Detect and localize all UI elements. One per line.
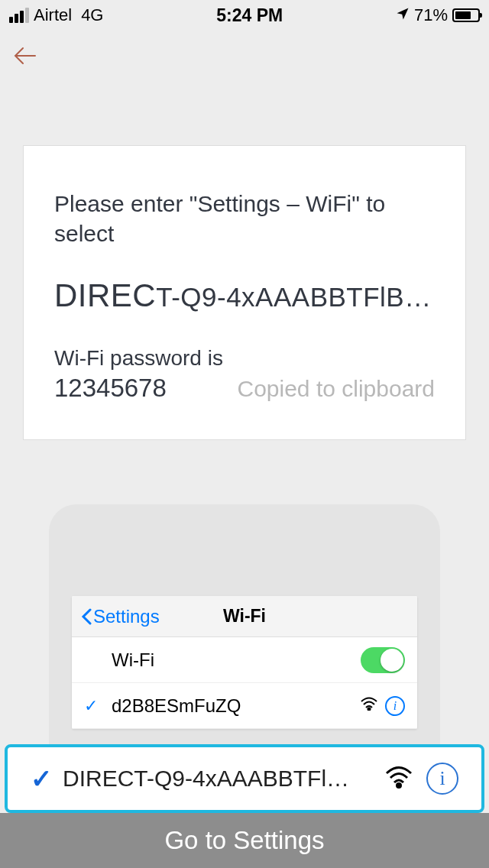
- info-icon[interactable]: i: [385, 696, 405, 716]
- battery-pct: 71%: [414, 5, 448, 25]
- wifi-signal-icon: [361, 697, 377, 714]
- password-value: 12345678: [54, 374, 167, 403]
- wifi-signal-icon: [385, 766, 413, 792]
- carrier-label: Airtel: [34, 5, 72, 25]
- wifi-toggle-label: Wi-Fi: [112, 649, 361, 671]
- nav-bar: [0, 31, 489, 76]
- status-left: Airtel 4G: [9, 5, 103, 25]
- settings-back-label: Settings: [93, 606, 160, 627]
- copied-status: Copied to clipboard: [237, 376, 435, 402]
- info-icon[interactable]: i: [426, 763, 458, 795]
- back-icon[interactable]: [14, 55, 37, 68]
- wifi-toggle-row: Wi-Fi: [72, 637, 417, 683]
- wifi-info-card: Please enter "Settings – WiFi" to select…: [23, 145, 466, 440]
- svg-point-1: [397, 784, 401, 788]
- svg-point-0: [368, 708, 371, 711]
- highlight-ssid: DIRECT-Q9-4xAAABBTFl…: [63, 766, 385, 792]
- connected-network-row[interactable]: ✓ d2B8ESmFuZQ i: [72, 683, 417, 729]
- network-type-label: 4G: [81, 5, 103, 25]
- status-time: 5:24 PM: [216, 5, 283, 26]
- wifi-toggle[interactable]: [361, 647, 405, 673]
- signal-icon: [9, 8, 29, 23]
- wifi-header-title: Wi-Fi: [223, 606, 266, 627]
- target-ssid: DIRECT-Q9-4xAAABBTFlB…: [54, 277, 435, 314]
- status-bar: Airtel 4G 5:24 PM 71%: [0, 0, 489, 31]
- connected-ssid: d2B8ESmFuZQ: [112, 695, 361, 717]
- wifi-settings-list: Settings Wi-Fi Wi-Fi ✓ d2B8ESmFuZQ i: [72, 596, 417, 729]
- status-right: 71%: [396, 5, 480, 25]
- location-icon: [396, 5, 410, 25]
- checkmark-icon: ✓: [84, 696, 102, 716]
- settings-back-button[interactable]: Settings: [81, 606, 160, 627]
- go-to-settings-button[interactable]: Go to Settings: [0, 813, 489, 868]
- checkmark-icon: ✓: [31, 763, 52, 794]
- instruction-text: Please enter "Settings – WiFi" to select: [54, 189, 435, 248]
- wifi-settings-header: Settings Wi-Fi: [72, 596, 417, 637]
- password-label: Wi-Fi password is: [54, 346, 435, 371]
- battery-icon: [452, 8, 480, 22]
- target-network-row[interactable]: ✓ DIRECT-Q9-4xAAABBTFl… i: [5, 744, 484, 813]
